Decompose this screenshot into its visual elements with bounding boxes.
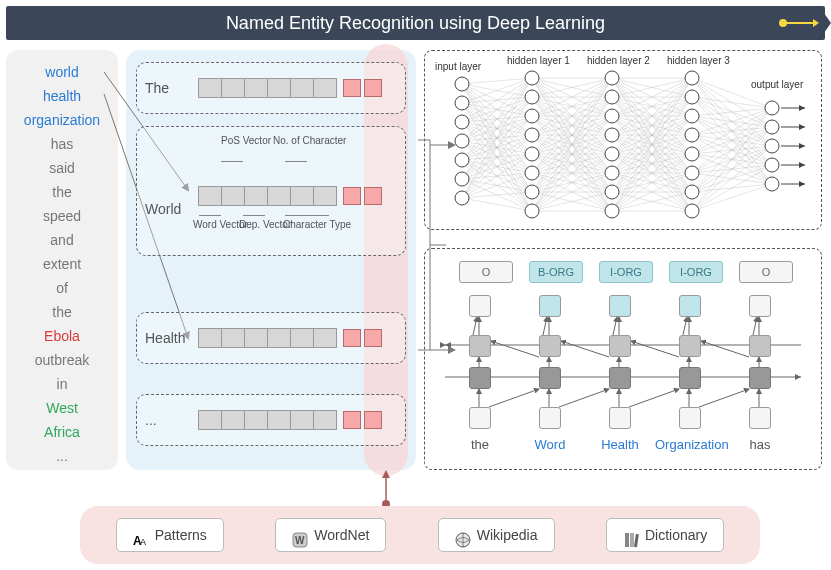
svg-point-243: [605, 147, 619, 161]
svg-line-154: [612, 116, 692, 154]
feature-cells: [199, 328, 337, 348]
seq-node: [539, 367, 561, 389]
nn-h2-label: hidden layer 2: [587, 55, 650, 66]
svg-point-242: [605, 128, 619, 142]
svg-line-181: [612, 173, 692, 211]
svg-line-122: [612, 78, 692, 116]
svg-line-290: [631, 341, 679, 357]
svg-point-248: [685, 90, 699, 104]
seq-node: [609, 367, 631, 389]
svg-line-220: [692, 127, 772, 211]
feature-cells: [199, 410, 337, 430]
feature-row-label: World: [145, 201, 181, 217]
svg-line-175: [612, 192, 692, 211]
seq-node: [609, 295, 631, 317]
svg-line-214: [692, 108, 772, 192]
feature-row-label: The: [145, 80, 169, 96]
svg-line-73: [532, 97, 612, 116]
svg-line-135: [612, 97, 692, 211]
svg-line-180: [612, 154, 692, 211]
svg-line-61: [532, 78, 612, 173]
svg-line-178: [612, 116, 692, 211]
wikipedia-icon: [455, 527, 471, 543]
svg-line-17: [462, 97, 532, 122]
svg-line-284: [561, 341, 609, 357]
svg-line-14: [462, 103, 532, 192]
svg-line-202: [692, 135, 772, 165]
svg-line-21: [462, 122, 532, 173]
svg-point-247: [685, 71, 699, 85]
svg-marker-271: [445, 342, 451, 348]
svg-line-102: [532, 173, 612, 192]
title-text: Named Entity Recognition using Deep Lear…: [226, 13, 605, 33]
svg-line-133: [612, 97, 692, 173]
svg-line-12: [462, 103, 532, 154]
svg-line-91: [532, 135, 612, 154]
svg-line-19: [462, 122, 532, 135]
svg-line-192: [692, 97, 772, 165]
svg-line-159: [612, 154, 692, 211]
external-feature-cells: [343, 329, 385, 347]
svg-line-208: [692, 154, 772, 184]
svg-line-158: [612, 154, 692, 192]
svg-line-28: [462, 141, 532, 154]
svg-point-230: [455, 191, 469, 205]
svg-line-194: [692, 108, 772, 116]
svg-line-90: [532, 116, 612, 154]
svg-point-259: [765, 177, 779, 191]
svg-point-257: [765, 139, 779, 153]
svg-line-3: [462, 84, 532, 135]
svg-line-0: [462, 78, 532, 84]
svg-line-49: [462, 97, 532, 198]
svg-line-168: [612, 78, 692, 192]
dictionary-icon: [623, 527, 639, 543]
svg-line-211: [692, 146, 772, 173]
svg-line-200: [692, 127, 772, 135]
svg-line-221: [692, 146, 772, 211]
svg-line-217: [692, 165, 772, 192]
svg-line-38: [462, 160, 532, 192]
svg-line-141: [612, 116, 692, 173]
svg-line-98: [532, 116, 612, 173]
feature-row-the: The: [136, 62, 406, 114]
input-word: extent: [6, 252, 118, 276]
svg-line-123: [612, 78, 692, 135]
svg-line-162: [612, 116, 692, 173]
svg-line-52: [462, 154, 532, 198]
svg-line-291: [613, 317, 617, 335]
svg-line-1: [462, 84, 532, 97]
svg-line-15: [462, 103, 532, 211]
svg-line-30: [462, 141, 532, 192]
svg-line-6: [462, 84, 532, 192]
seq-word-label: Organization: [655, 437, 725, 452]
tag-label: O: [459, 261, 513, 283]
svg-line-206: [692, 146, 772, 154]
svg-line-58: [532, 78, 612, 116]
svg-line-88: [532, 78, 612, 154]
svg-line-163: [612, 135, 692, 173]
svg-line-170: [612, 116, 692, 192]
feature-row-world: World PoS Vector No. of Character Word V…: [136, 126, 406, 256]
svg-line-283: [559, 389, 609, 407]
svg-line-99: [532, 135, 612, 173]
svg-line-68: [532, 97, 612, 154]
svg-line-149: [612, 135, 692, 173]
svg-line-289: [629, 389, 679, 407]
svg-point-253: [685, 185, 699, 199]
svg-line-188: [692, 78, 772, 184]
svg-line-81: [532, 97, 612, 135]
seq-node: [679, 295, 701, 317]
svg-point-232: [525, 90, 539, 104]
svg-line-143: [612, 116, 692, 211]
svg-line-32: [462, 78, 532, 160]
svg-line-45: [462, 173, 532, 179]
svg-line-173: [612, 173, 692, 192]
svg-line-115: [532, 135, 612, 211]
svg-line-111: [532, 192, 612, 211]
svg-line-118: [532, 192, 612, 211]
nn-input-label: input layer: [435, 61, 481, 72]
input-word: of: [6, 276, 118, 300]
seq-input-node: [539, 407, 561, 429]
svg-line-142: [612, 116, 692, 192]
svg-point-240: [605, 90, 619, 104]
